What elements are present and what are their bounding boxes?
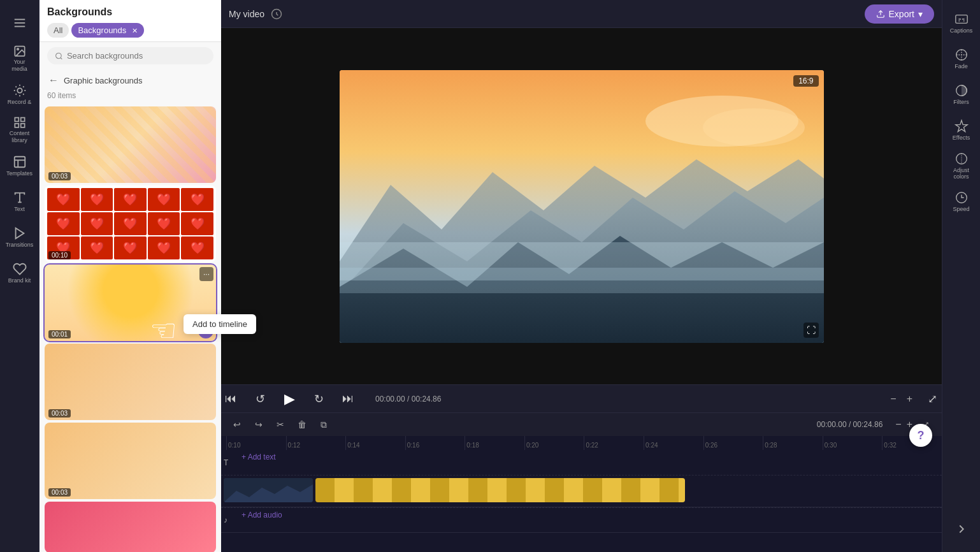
timeline-tracks: T + Add text <box>221 450 942 552</box>
effects-icon <box>955 119 969 133</box>
sidebar-item-menu[interactable] <box>3 6 36 40</box>
add-audio-button[interactable]: + Add audio <box>236 508 287 522</box>
timeline-zoom-out[interactable]: − <box>895 419 901 430</box>
duplicate-button[interactable]: ⧉ <box>315 416 332 433</box>
duration-badge: 00:03 <box>48 172 71 180</box>
text-track-content: + Add text <box>236 450 942 475</box>
svg-rect-6 <box>15 118 18 122</box>
video-track-content <box>224 476 942 507</box>
forward-5-button[interactable]: ↻ <box>309 389 328 409</box>
redo-button[interactable]: ↪ <box>250 416 267 433</box>
fullscreen-button[interactable]: ⛶ <box>803 323 819 338</box>
right-item-effects[interactable]: Effects <box>945 113 978 147</box>
ruler-mark: 0:10 <box>226 436 286 450</box>
duration-badge: 00:01 <box>48 330 71 338</box>
ruler-mark: 0:18 <box>465 436 524 450</box>
right-panel: Captions Fade Filters Effects Adjust col… <box>942 0 980 552</box>
right-item-adjust-colors[interactable]: Adjust colors <box>945 149 978 182</box>
tab-all[interactable]: All <box>47 23 69 38</box>
delete-button[interactable]: 🗑 <box>294 416 310 433</box>
svg-rect-25 <box>340 268 824 293</box>
help-button[interactable]: ? <box>909 424 932 447</box>
background-item-1[interactable]: 00:03 <box>45 106 216 183</box>
ruler-mark: 0:16 <box>405 436 465 450</box>
ruler-mark: 0:14 <box>345 436 405 450</box>
search-icon <box>55 52 63 61</box>
heart-cell: ❤️ <box>81 188 113 211</box>
sidebar-item-templates[interactable]: Templates <box>3 149 36 182</box>
right-item-fade[interactable]: Fade <box>945 42 978 75</box>
topbar: My video Export ▾ <box>221 0 942 28</box>
time-display: 00:00.00 / 00:24.86 <box>375 395 441 403</box>
search-box[interactable] <box>47 47 213 64</box>
heart-cell: ❤️ <box>114 188 147 211</box>
heart-cell: ❤️ <box>47 212 80 235</box>
sidebar-item-brand-kit[interactable]: Brand kit <box>3 256 36 289</box>
background-item-6[interactable] <box>45 502 216 552</box>
right-item-captions[interactable]: Captions <box>945 6 978 40</box>
back-button[interactable]: ← <box>47 73 60 87</box>
sidebar-item-text[interactable]: Text <box>3 185 36 218</box>
background-item-3[interactable]: ··· 00:01 + <box>45 265 216 341</box>
heart-cell: ❤️ <box>148 188 180 211</box>
preview-area: 16:9 ⛶ <box>221 28 942 384</box>
add-text-button[interactable]: + Add text <box>236 450 281 464</box>
svg-rect-10 <box>14 156 25 167</box>
aspect-ratio-badge[interactable]: 16:9 <box>793 75 818 87</box>
sidebar-item-content-library[interactable]: Content library <box>3 113 36 147</box>
right-panel-collapse[interactable] <box>945 512 978 546</box>
sidebar-left: Your media Record & Content library Temp… <box>0 0 40 552</box>
cut-button[interactable]: ✂ <box>272 416 289 433</box>
sidebar-item-label: Transitions <box>6 242 34 249</box>
speed-icon <box>955 191 969 205</box>
heart-cell: ❤️ <box>114 212 147 235</box>
expand-timeline-button[interactable]: ⤢ <box>923 389 942 409</box>
heart-cell: ❤️ <box>181 188 213 211</box>
right-item-label: Adjust colors <box>948 167 976 180</box>
panel-subheader: ← Graphic backgrounds <box>40 69 221 91</box>
rewind-5-button[interactable]: ↺ <box>250 389 270 409</box>
sidebar-item-your-media[interactable]: Your media <box>3 42 36 75</box>
items-count: 60 items <box>40 91 221 104</box>
heart-cell: ❤️ <box>114 236 147 259</box>
svg-point-20 <box>703 108 805 147</box>
controls-bar: ⏮ ↺ ▶ ↻ ⏭ 00:00.00 / 00:24.86 − + ⤢ <box>221 384 942 412</box>
right-item-speed[interactable]: Speed <box>945 185 978 218</box>
timeline-ruler: 0:10 0:12 0:14 0:16 0:18 0:20 0:22 0:24 … <box>221 436 942 450</box>
right-item-label: Fade <box>955 63 968 69</box>
backgrounds-grid: 00:03 ❤️ ❤️ ❤️ ❤️ ❤️ ❤️ ❤️ ❤️ ❤️ ❤️ ❤️ ❤… <box>40 104 221 552</box>
clip-thumbnail <box>224 478 313 502</box>
skip-back-button[interactable]: ⏮ <box>221 389 240 409</box>
sidebar-item-label: Brand kit <box>8 277 31 284</box>
heart-cell: ❤️ <box>148 212 180 235</box>
export-icon <box>876 10 885 18</box>
background-item-2[interactable]: ❤️ ❤️ ❤️ ❤️ ❤️ ❤️ ❤️ ❤️ ❤️ ❤️ ❤️ ❤️ ❤️ ❤… <box>45 185 216 262</box>
skip-forward-button[interactable]: ⏭ <box>338 389 357 409</box>
background-item-4[interactable]: 00:03 <box>45 344 216 420</box>
cc-icon <box>955 12 969 26</box>
right-item-label: Speed <box>953 206 969 212</box>
video-clip-dark[interactable] <box>224 478 313 502</box>
background-item-5[interactable]: 00:03 <box>45 423 216 499</box>
export-button[interactable]: Export ▾ <box>865 4 934 24</box>
tab-backgrounds[interactable]: Backgrounds ✕ <box>71 23 144 38</box>
main-area: My video Export ▾ <box>221 0 942 552</box>
sidebar-item-transitions[interactable]: Transitions <box>3 221 36 254</box>
video-clip-striped[interactable] <box>315 478 685 502</box>
sidebar-item-record-create[interactable]: Record & <box>3 78 36 111</box>
play-button[interactable]: ▶ <box>280 389 299 409</box>
heart-cell: ❤️ <box>47 188 80 211</box>
more-options-button[interactable]: ··· <box>199 267 213 281</box>
search-input[interactable] <box>67 51 206 61</box>
undo-button[interactable]: ↩ <box>229 416 245 433</box>
ruler-mark: 0:26 <box>703 436 763 450</box>
tab-close-icon[interactable]: ✕ <box>132 27 138 34</box>
zoom-in-button[interactable]: + <box>907 393 912 405</box>
add-to-timeline-button[interactable]: + <box>198 323 213 338</box>
video-title[interactable]: My video <box>229 9 264 19</box>
ruler-mark: 0:22 <box>584 436 644 450</box>
zoom-out-button[interactable]: − <box>890 393 896 405</box>
ruler-mark: 0:28 <box>763 436 823 450</box>
right-item-filters[interactable]: Filters <box>945 78 978 111</box>
sidebar-item-label: Your media <box>6 59 34 73</box>
